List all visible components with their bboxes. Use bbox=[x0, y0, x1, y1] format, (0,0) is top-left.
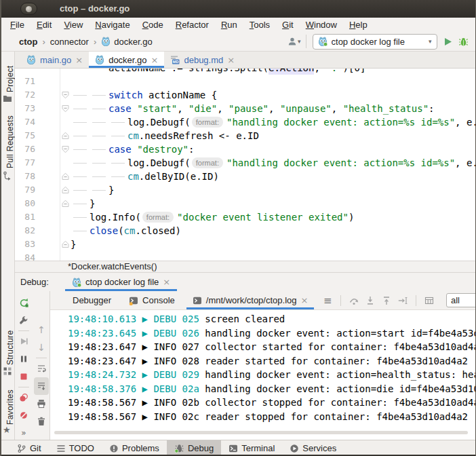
down-stack-button[interactable]: ↓ bbox=[33, 339, 50, 356]
chevrons-right-icon: » bbox=[21, 428, 26, 438]
mute-breakpoints-button[interactable] bbox=[15, 406, 33, 424]
fold-up-icon[interactable] bbox=[60, 183, 71, 197]
line-number[interactable]: 76 bbox=[15, 142, 35, 156]
user-account-button[interactable]: ▾ bbox=[287, 37, 301, 46]
line-number[interactable]: 72 bbox=[15, 88, 35, 102]
code-token: } bbox=[108, 183, 114, 197]
clear-all-button[interactable] bbox=[33, 413, 50, 430]
restore-layout-button[interactable] bbox=[422, 294, 436, 307]
editor-tab-debug.md[interactable]: MDdebug.md bbox=[164, 52, 241, 68]
menu-navigate[interactable]: Navigate bbox=[89, 18, 136, 32]
print-button[interactable] bbox=[33, 395, 50, 413]
run-config-select[interactable]: ctop docker log file ▾ bbox=[313, 34, 437, 50]
line-number[interactable]: 78 bbox=[15, 170, 35, 183]
statusbar-todo[interactable]: TODO bbox=[49, 440, 102, 456]
fold-up-icon[interactable] bbox=[60, 129, 71, 142]
statusbar-terminal[interactable]: Terminal bbox=[221, 440, 282, 456]
breadcrumb-file[interactable]: docker.go bbox=[101, 37, 152, 47]
line-number[interactable]: 80 bbox=[15, 197, 35, 210]
close-session-button[interactable] bbox=[163, 278, 170, 286]
window-menu-button[interactable] bbox=[20, 3, 37, 15]
debug-tab-debugger[interactable]: Debugger bbox=[66, 291, 117, 309]
fold-down-icon[interactable] bbox=[60, 88, 71, 102]
close-tab-button[interactable] bbox=[151, 56, 159, 64]
stop-button[interactable] bbox=[15, 368, 33, 385]
menu-help[interactable]: Help bbox=[343, 18, 374, 32]
code-line: 84 bbox=[15, 251, 476, 261]
debug-button[interactable] bbox=[458, 37, 469, 47]
debug-session-tab[interactable]: ctop docker log file bbox=[65, 273, 177, 291]
statusbar-git[interactable]: Git bbox=[9, 440, 49, 456]
toolbar-separator bbox=[36, 358, 47, 358]
indent-guide bbox=[71, 197, 90, 210]
fold-up-icon[interactable] bbox=[60, 197, 71, 210]
debug-tab-log-file[interactable]: /mnt/work/ctop/ctop.log bbox=[186, 291, 315, 309]
log-prefix: 19:48:23.645 ▶ DEBU 026 bbox=[68, 328, 205, 339]
tab-label: debug.md bbox=[184, 55, 223, 65]
menu-tools[interactable]: Tools bbox=[243, 18, 276, 32]
up-stack-button[interactable]: ↑ bbox=[33, 321, 50, 339]
scroll-to-end-button[interactable] bbox=[34, 377, 49, 395]
indent-guide bbox=[71, 210, 90, 224]
close-tab-button[interactable] bbox=[300, 296, 308, 305]
line-number[interactable]: 79 bbox=[15, 183, 35, 197]
line-number[interactable]: 74 bbox=[15, 115, 35, 129]
fold-up-icon[interactable] bbox=[60, 238, 71, 251]
line-number[interactable]: 84 bbox=[15, 251, 35, 261]
fold-gutter bbox=[60, 224, 71, 238]
line-number[interactable]: 75 bbox=[15, 129, 35, 142]
indent-guide bbox=[90, 156, 108, 170]
step-into-button[interactable] bbox=[363, 294, 377, 307]
menu-refactor[interactable]: Refactor bbox=[170, 18, 215, 32]
statusbar-problems[interactable]: Problems bbox=[102, 440, 167, 456]
code-token bbox=[132, 102, 137, 115]
line-number[interactable]: 82 bbox=[15, 224, 35, 238]
menu-view[interactable]: View bbox=[58, 18, 89, 32]
soft-wrap-button[interactable] bbox=[33, 360, 50, 377]
rerun-button[interactable] bbox=[15, 294, 33, 311]
debug-tab-console[interactable]: Console bbox=[123, 291, 181, 309]
menu-window[interactable]: Window bbox=[300, 18, 343, 32]
close-tab-button[interactable] bbox=[75, 56, 83, 64]
horizontal-scrollbar[interactable] bbox=[54, 431, 468, 434]
line-number[interactable]: 83 bbox=[15, 238, 35, 251]
indent-guide bbox=[71, 170, 90, 183]
step-out-button[interactable] bbox=[380, 294, 393, 307]
indent-guide bbox=[90, 129, 108, 142]
statusbar-debug[interactable]: Debug bbox=[167, 440, 221, 456]
menu-git[interactable]: Git bbox=[276, 18, 300, 32]
log-output[interactable]: 19:48:10.613 ▶ DEBU 025 screen cleared19… bbox=[50, 310, 476, 440]
code-editor[interactable]: actionName := strings.Split(e.Action, ":… bbox=[15, 69, 476, 261]
breadcrumb-project[interactable]: ctop bbox=[19, 37, 37, 47]
log-prefix: 19:48:58.567 ▶ INFO 02c bbox=[68, 411, 205, 422]
code-token: ":" bbox=[325, 69, 342, 75]
run-to-cursor-button[interactable] bbox=[396, 294, 410, 307]
resume-button[interactable] bbox=[15, 332, 33, 350]
step-over-button[interactable] bbox=[347, 294, 361, 307]
log-level-filter-select[interactable]: all bbox=[446, 293, 476, 307]
layout-menu-button[interactable]: ≡ bbox=[321, 294, 334, 307]
pause-button[interactable] bbox=[15, 350, 33, 368]
breadcrumb-package[interactable]: connector bbox=[50, 37, 89, 47]
line-number[interactable]: 77 bbox=[15, 156, 35, 170]
statusbar-services[interactable]: Services bbox=[282, 440, 344, 456]
line-number[interactable]: 81 bbox=[15, 210, 35, 224]
close-tab-button[interactable] bbox=[227, 56, 235, 64]
menu-file[interactable]: File bbox=[4, 18, 31, 32]
fold-down-icon[interactable] bbox=[60, 102, 71, 115]
editor-tab-main.go[interactable]: main.go bbox=[20, 52, 89, 68]
editor-tab-docker.go[interactable]: docker.go bbox=[89, 52, 164, 68]
line-number[interactable] bbox=[15, 69, 35, 75]
menu-code[interactable]: Code bbox=[136, 18, 170, 32]
run-button[interactable] bbox=[443, 37, 453, 47]
settings-button[interactable] bbox=[15, 311, 33, 329]
menu-run[interactable]: Run bbox=[215, 18, 243, 32]
view-breakpoints-button[interactable] bbox=[15, 389, 33, 406]
line-number[interactable]: 71 bbox=[15, 75, 35, 88]
line-number[interactable]: 73 bbox=[15, 102, 35, 115]
menu-edit[interactable]: Edit bbox=[31, 18, 58, 32]
fold-down-icon[interactable] bbox=[60, 142, 71, 156]
svg-text:MD: MD bbox=[173, 60, 179, 64]
editor-footer-breadcrumb[interactable]: *Docker.watchEvents() bbox=[15, 261, 476, 273]
fold-up-icon[interactable] bbox=[60, 170, 71, 183]
